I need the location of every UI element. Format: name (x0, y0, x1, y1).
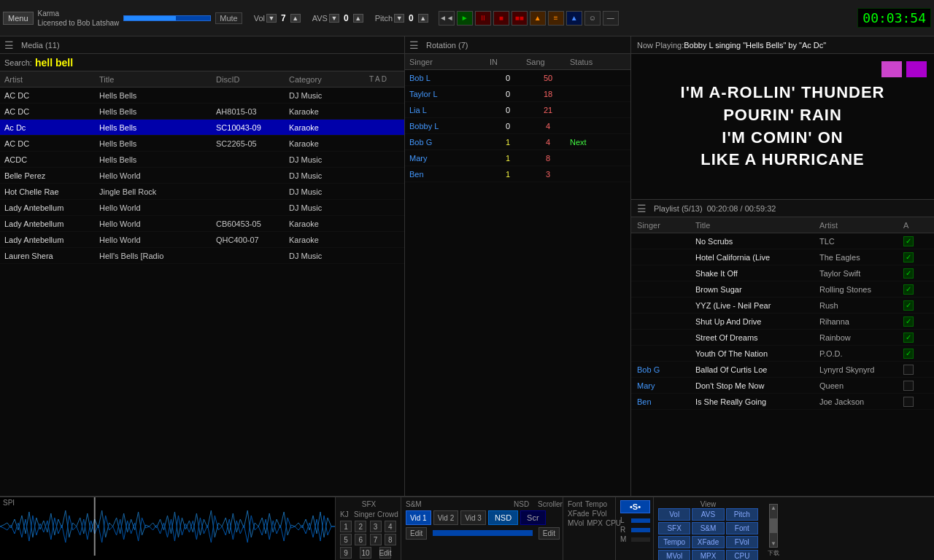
sfx-2-btn[interactable]: 2 (355, 521, 366, 532)
media-row[interactable]: Hot Chelle Rae Jingle Bell Rock DJ Music (0, 184, 404, 200)
stop2-button[interactable]: ■■ (512, 11, 528, 26)
s-section: •S• L R M (617, 497, 654, 560)
vid3-button[interactable]: Vid 3 (460, 510, 486, 525)
playlist-row[interactable]: Ben Is She Really Going Joe Jackson (631, 394, 934, 410)
media-row[interactable]: AC DC Hells Bells AH8015-03 Karaoke (0, 104, 404, 120)
media-row[interactable]: Lady Antebellum Hello World DJ Music (0, 200, 404, 216)
vid1-button[interactable]: Vid 1 (406, 510, 431, 525)
media-row[interactable]: Lady Antebellum Hello World CB60453-05 K… (0, 216, 404, 232)
pause-button[interactable]: ⏸ (475, 11, 491, 26)
rotation-row[interactable]: Taylor L 0 18 (405, 86, 630, 102)
media-row[interactable]: Lady Antebellum Hello World QHC400-07 Ka… (0, 232, 404, 248)
search-value[interactable]: hell bell (35, 57, 73, 69)
avs-up-btn[interactable]: ▲ (353, 14, 363, 23)
pl-checkbox[interactable]: ✓ (903, 284, 914, 295)
lyrics-display: I'M A-ROLLIN' THUNDER POURIN' RAIN I'M C… (681, 82, 885, 171)
sfx-5-btn[interactable]: 5 (340, 534, 352, 545)
pl-checkbox[interactable]: ✓ (903, 349, 914, 359)
media-row[interactable]: Ac Dc Hells Bells SC10043-09 Karaoke (0, 120, 404, 136)
menu2-button[interactable]: ≡ (548, 11, 564, 26)
vol-down-btn[interactable]: ▼ (266, 14, 277, 23)
s-button[interactable]: •S• (620, 500, 650, 513)
scr-button[interactable]: Scr (520, 510, 546, 525)
rotation-row[interactable]: Mary 1 8 (405, 150, 630, 166)
sfx-edit-btn[interactable]: Edit (379, 547, 391, 559)
view-btn-mvol[interactable]: MVol (658, 550, 690, 560)
up-button[interactable]: ▲ (566, 11, 582, 26)
media-row[interactable]: Lauren Shera Hell's Bells [Radio DJ Musi… (0, 248, 404, 264)
sfx-9-btn[interactable]: 9 (340, 547, 352, 559)
media-row[interactable]: ACDC Hells Bells DJ Music (0, 152, 404, 168)
playlist-row[interactable]: Bob G Ballad Of Curtis Loe Lynyrd Skynyr… (631, 362, 934, 378)
playlist-row[interactable]: Hotel California (Live The Eagles ✓ (631, 249, 934, 265)
view-btn-font[interactable]: Font (726, 522, 758, 534)
pl-checkbox[interactable]: ✓ (903, 300, 914, 311)
playlist-menu-icon[interactable]: ☰ (637, 203, 647, 214)
pitch-up-btn[interactable]: ▲ (418, 14, 428, 23)
media-row[interactable]: AC DC Hells Bells SC2265-05 Karaoke (0, 136, 404, 152)
pl-checkbox-dark[interactable] (903, 365, 914, 375)
media-row[interactable]: AC DC Hells Bells DJ Music (0, 88, 404, 104)
rotation-menu-icon[interactable]: ☰ (409, 39, 419, 51)
edit2-button[interactable]: Edit (539, 527, 560, 540)
now-playing-song: Bobby L singing "Hells Bells" by "Ac Dc" (684, 41, 826, 50)
pl-checkbox-dark[interactable] (903, 381, 914, 391)
sfx-6-btn[interactable]: 6 (355, 534, 366, 545)
play-button[interactable]: ► (457, 11, 473, 26)
scroll-bar[interactable]: ▲ ▼ (769, 504, 778, 548)
view-btn-sfx[interactable]: SFX (658, 522, 690, 534)
playlist-row[interactable]: Street Of Dreams Rainbow ✓ (631, 330, 934, 346)
view-btn-pitch[interactable]: Pitch (726, 508, 758, 521)
nsd-button[interactable]: NSD (488, 510, 518, 525)
playlist-row[interactable]: YYZ (Live - Neil Pear Rush ✓ (631, 298, 934, 314)
rotation-row[interactable]: Bob G 1 4 Next (405, 134, 630, 150)
progress-bar[interactable] (123, 15, 211, 21)
rotation-row[interactable]: Lia L 0 21 (405, 102, 630, 118)
triangle-button[interactable]: ▲ (530, 11, 546, 26)
sfx-4-btn[interactable]: 4 (385, 521, 396, 532)
playlist-row[interactable]: Shut Up And Drive Rihanna ✓ (631, 314, 934, 330)
pl-checkbox[interactable]: ✓ (903, 252, 914, 262)
vol-up-btn[interactable]: ▲ (290, 14, 301, 23)
sfx-7-btn[interactable]: 7 (370, 534, 382, 545)
pl-checkbox[interactable]: ✓ (903, 236, 914, 246)
pl-checkbox[interactable]: ✓ (903, 332, 914, 343)
pl-checkbox[interactable]: ✓ (903, 268, 914, 279)
vid2-button[interactable]: Vid 2 (433, 510, 459, 525)
sfx-3-btn[interactable]: 3 (370, 521, 382, 532)
rotation-row[interactable]: Bob L 0 50 (405, 70, 630, 86)
playlist-row[interactable]: Mary Don't Stop Me Now Queen (631, 378, 934, 394)
view-btn-mpx[interactable]: MPX (692, 550, 724, 560)
menu-button[interactable]: Menu (3, 12, 34, 25)
pl-checkbox-dark[interactable] (903, 397, 914, 407)
view-btn-vol[interactable]: Vol (658, 508, 690, 521)
sfx-1-btn[interactable]: 1 (340, 521, 352, 532)
sfx-10-btn[interactable]: 10 (360, 547, 371, 559)
view-btn-cpu[interactable]: CPU (726, 550, 758, 560)
rotation-row[interactable]: Bobby L 0 4 (405, 118, 630, 134)
rewind-button[interactable]: ◄◄ (439, 11, 455, 26)
mvol-mpx-labels: MVol MPX CPU (568, 519, 612, 527)
playlist-row[interactable]: Youth Of The Nation P.O.D. ✓ (631, 346, 934, 362)
media-row[interactable]: Belle Perez Hello World DJ Music (0, 168, 404, 184)
avs-down-btn[interactable]: ▼ (329, 14, 339, 23)
sfx-8-btn[interactable]: 8 (385, 534, 396, 545)
view-btn-avs[interactable]: AVS (692, 508, 724, 521)
media-menu-icon[interactable]: ☰ (4, 39, 14, 51)
pl-checkbox[interactable]: ✓ (903, 316, 914, 327)
view-btn-fvol[interactable]: FVol (726, 536, 758, 548)
stop-button[interactable]: ■ (493, 11, 509, 26)
minus-button[interactable]: — (603, 11, 619, 26)
view-btn-xfade[interactable]: XFade (692, 536, 724, 548)
playlist-row[interactable]: No Scrubs TLC ✓ (631, 233, 934, 249)
view-btn-tempo[interactable]: Tempo (658, 536, 690, 548)
playlist-row[interactable]: Brown Sugar Rolling Stones ✓ (631, 281, 934, 298)
lyrics-line1: I'M A-ROLLIN' THUNDER (681, 82, 885, 104)
rotation-row[interactable]: Ben 1 3 (405, 166, 630, 182)
playlist-row[interactable]: Shake It Off Taylor Swift ✓ (631, 265, 934, 281)
smiley-button[interactable]: ☺ (584, 11, 601, 26)
view-btn-s&m[interactable]: S&M (692, 522, 724, 534)
edit1-button[interactable]: Edit (406, 527, 427, 540)
mute-button[interactable]: Mute (215, 12, 242, 24)
pitch-down-btn[interactable]: ▼ (394, 14, 404, 23)
